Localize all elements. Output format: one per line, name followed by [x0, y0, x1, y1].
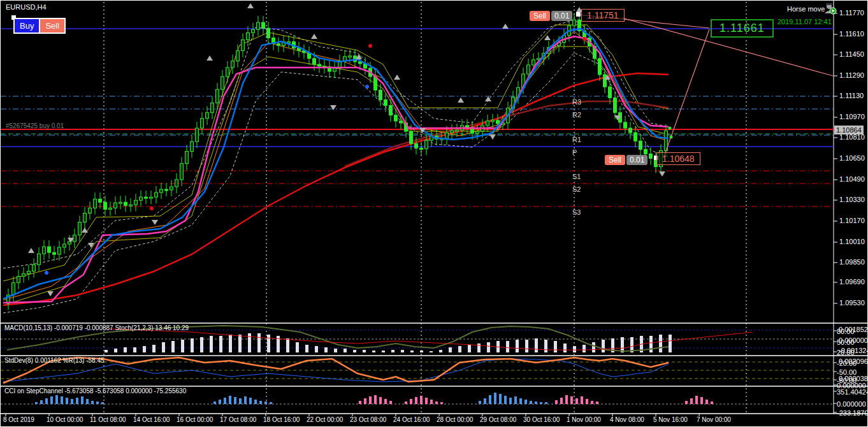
time-axis-label: 23 Oct 08:00 [350, 416, 386, 423]
time-axis-label: 17 Oct 08:00 [220, 416, 256, 423]
sell-badge-lots: 0.01 [551, 11, 572, 21]
price-chart-canvas [1, 1, 868, 427]
price-axis-tick: 1.10490 [839, 175, 865, 183]
sell-order-badge-top[interactable]: Sell 0.01 [530, 10, 572, 22]
open-position-label: #52675425 buy 0.01 [6, 122, 64, 129]
stddev-axis-value: 0.002096 [839, 358, 868, 365]
time-axis-label: 16 Oct 00:00 [177, 416, 213, 423]
time-axis-label: 8 Oct 2019 [3, 416, 34, 423]
buy-button[interactable]: Buy [15, 19, 40, 33]
time-axis-label: 7 Nov 00:00 [697, 416, 731, 423]
cci-axis-value: 351.404248 [837, 388, 868, 396]
price-axis-tick: 1.09530 [839, 299, 865, 307]
macd-indicator-label: MACD(10,15,13) -0.000719 -0.000887 Stoch… [4, 324, 189, 331]
pivot-label-r3: R3 [572, 98, 581, 106]
price-axis-tick: 1.10810 [839, 133, 865, 141]
time-axis-label: 1 Nov 00:00 [567, 416, 601, 423]
symbol-period-label: EURUSD,H4 [6, 3, 47, 11]
price-axis-tick: 1.10010 [839, 238, 865, 245]
pivot-label-r1: R1 [572, 136, 581, 143]
pivot-label-s1: S1 [572, 173, 581, 180]
macd-axis-value: -0.001324 [839, 347, 868, 354]
sell-button[interactable]: Sell [40, 19, 64, 33]
time-axis-label: 14 Oct 16:00 [133, 416, 170, 423]
stddev-indicator-label: StdDev(8) 0.001162 %R(13) -58.45 [4, 357, 105, 364]
price-axis-tick: 1.10330 [839, 196, 865, 203]
one-click-trade-panel: Buy Sell [13, 18, 66, 34]
price-axis-tick: 1.10970 [839, 113, 865, 120]
macd-axis-value: 0.001852 [839, 326, 868, 333]
price-axis-tick: 1.11610 [839, 30, 864, 38]
sell-price-tag-top[interactable]: 1.11751 [581, 9, 625, 22]
price-axis-tick: 1.09850 [839, 258, 865, 266]
signal-datetime-label: 2019.11.07 12:41 [778, 18, 832, 25]
time-axis-label: 5 Nov 16:00 [653, 416, 688, 423]
sell-badge-lots: 0.01 [626, 155, 647, 165]
pivot-label-s2: S2 [572, 185, 581, 193]
trading-chart-window: EURUSD,H4 Buy Sell #52675425 buy 0.01 Se… [0, 0, 868, 427]
sell-badge-label: Sell [605, 155, 625, 165]
price-axis-tick: 1.11770 [839, 9, 864, 17]
time-axis-label: 28 Oct 00:00 [437, 416, 473, 423]
time-axis-label: 18 Oct 16:00 [263, 416, 300, 423]
price-axis-tick: 1.10650 [839, 154, 865, 162]
time-axis-label: 29 Oct 08:00 [480, 416, 516, 423]
price-axis-tick: 1.11290 [839, 71, 864, 79]
pivot-label-p: P [572, 148, 577, 156]
sell-order-badge-bottom[interactable]: Sell 0.01 [605, 154, 647, 166]
time-axis-label: 10 Oct 00:00 [47, 416, 83, 423]
sell-price-tag-bottom[interactable]: 1.10648 [656, 152, 700, 165]
sell-badge-label: Sell [530, 11, 550, 21]
price-axis-tick: 1.10170 [839, 217, 865, 224]
price-axis-tick: 1.11130 [839, 92, 864, 99]
time-axis-label: 22 Oct 00:00 [307, 416, 343, 423]
candles [7, 13, 668, 310]
time-axis-label: 11 Oct 08:00 [90, 416, 126, 423]
pivot-label-r2: R2 [572, 111, 581, 119]
pivot-label-s3: S3 [572, 208, 581, 216]
time-axis-label: 24 Oct 16:00 [393, 416, 430, 423]
price-axis-tick: 1.11450 [839, 50, 864, 58]
cci-axis-value: -233.187000 [837, 409, 868, 417]
cci-axis-value: 0.000000 [837, 400, 866, 408]
signal-name-label: Horse move [787, 5, 825, 13]
macd-axis-value: 0.000000 [839, 337, 868, 344]
time-axis-label: 4 Nov 08:00 [610, 416, 644, 423]
cci-indicator-label: CCI on StepChannel -5.673058 -5.673058 0… [4, 387, 186, 394]
target-price-box[interactable]: 1.11661 [711, 19, 774, 38]
price-axis-tick: 1.09690 [839, 278, 865, 286]
time-axis-label: 30 Oct 16:00 [523, 416, 560, 423]
